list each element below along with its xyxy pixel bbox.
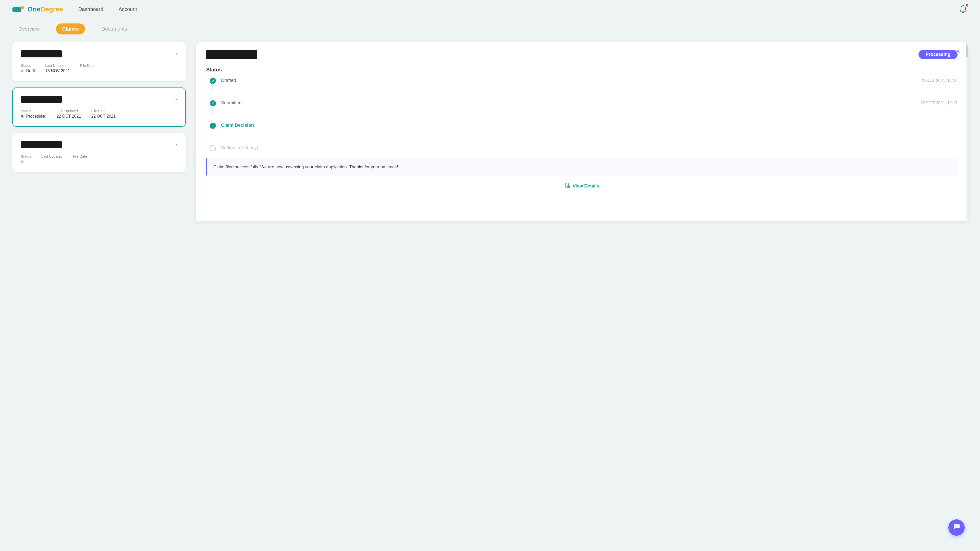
- claim-card-3-meta: Status Last Updated File Date: [21, 154, 177, 164]
- claim-1-last-updated-label: Last Updated: [45, 64, 70, 68]
- claim-2-status: Status Processing: [21, 109, 46, 119]
- drafted-label: Drafted: [221, 78, 236, 83]
- claim-3-file-date: File Date: [73, 154, 87, 164]
- status-section: Status ✓ Drafted 22 OCT 2021, 11:16: [206, 67, 958, 189]
- panel-header: Processing: [206, 50, 958, 59]
- timeline-row-drafted: Drafted 22 OCT 2021, 11:16: [221, 78, 958, 83]
- status-title: Status: [206, 67, 958, 73]
- claim-card-3-chevron: ›: [175, 141, 177, 148]
- chat-fab-icon: [953, 523, 960, 532]
- claim-3-status-dot: [21, 160, 24, 163]
- claim-2-file-date-value: 22 OCT 2021: [91, 114, 116, 119]
- claim-3-last-updated-label: Last Updated: [41, 154, 62, 159]
- timeline-content-drafted: Drafted 22 OCT 2021, 11:16: [221, 78, 958, 83]
- timeline-dot-settlement: [210, 145, 216, 151]
- svg-point-3: [21, 6, 24, 9]
- claim-2-status-dot: [21, 115, 24, 118]
- timeline-item-drafted: ✓ Drafted 22 OCT 2021, 11:16: [209, 78, 958, 100]
- timeline-content-submitted: Submitted 22 OCT 2021, 11:17: [221, 100, 958, 106]
- claim-3-last-updated: Last Updated: [41, 154, 62, 164]
- logo: OneDegree: [12, 5, 63, 13]
- chat-fab-button[interactable]: [948, 519, 965, 536]
- tab-bar: Overview Claims Documents: [0, 18, 980, 35]
- submitted-date: 22 OCT 2021, 11:17: [921, 101, 958, 105]
- check-submitted: ✓: [212, 102, 215, 105]
- timeline-left-claim-decision: [209, 123, 217, 137]
- timeline-dot-submitted: ✓: [210, 100, 216, 106]
- header: OneDegree Dashboard Account: [0, 0, 980, 18]
- nav-account[interactable]: Account: [119, 6, 137, 12]
- svg-rect-2: [14, 9, 19, 11]
- scroll-thumb: [966, 42, 968, 57]
- search-document-icon: [565, 183, 570, 188]
- view-details-row: View Details: [206, 183, 958, 189]
- claim-card-3[interactable]: › Status Last Updated File Date: [12, 133, 186, 172]
- claim-card-1-chevron: ›: [175, 51, 177, 57]
- timeline-row-claim-decision: Claim Decision: [221, 123, 958, 128]
- claim-card-1[interactable]: › Status Draft Last Updated 13 NOV 2021 …: [12, 42, 186, 81]
- header-right: [959, 5, 968, 14]
- timeline-line-drafted: [213, 84, 213, 92]
- logo-svg: [12, 5, 25, 13]
- timeline-content-settlement: Settlement (if any): [221, 145, 958, 151]
- timeline-row-settlement: Settlement (if any): [221, 145, 958, 151]
- chat-icon: [953, 523, 960, 530]
- drafted-date: 22 OCT 2021, 11:16: [921, 78, 958, 83]
- claim-card-2-chevron: ›: [175, 96, 177, 103]
- timeline-left-drafted: ✓: [209, 78, 217, 92]
- claim-id-redacted-3: [21, 141, 62, 148]
- claim-2-last-updated-label: Last Updated: [57, 109, 81, 113]
- claim-id-redacted-2: [21, 96, 62, 103]
- claim-3-status-value: [21, 159, 31, 164]
- claims-list: › Status Draft Last Updated 13 NOV 2021 …: [12, 42, 186, 221]
- claim-1-status-dot: [21, 70, 24, 72]
- scroll-indicator: [966, 42, 968, 221]
- tab-claims[interactable]: Claims: [56, 24, 85, 35]
- timeline-content-claim-decision: Claim Decision: [221, 123, 958, 128]
- claim-card-3-header: ›: [21, 141, 177, 148]
- timeline-item-claim-decision: Claim Decision: [209, 123, 958, 145]
- claim-2-status-value: Processing: [21, 114, 46, 119]
- close-button[interactable]: ×: [956, 47, 960, 56]
- view-details-button[interactable]: View Details: [565, 183, 600, 189]
- main-content: › Status Draft Last Updated 13 NOV 2021 …: [0, 35, 980, 228]
- main-nav: Dashboard Account: [78, 6, 959, 12]
- claim-1-last-updated-value: 13 NOV 2021: [45, 68, 70, 73]
- claim-1-status-text: Draft: [26, 68, 35, 73]
- claim-card-2-header: ›: [21, 96, 177, 103]
- info-box: Claim filed successfully. We are now ass…: [206, 159, 958, 176]
- claim-3-status-label: Status: [21, 154, 31, 159]
- timeline-line-claim-decision: [213, 129, 213, 137]
- claim-1-status: Status Draft: [21, 64, 35, 73]
- timeline-left-settlement: [209, 145, 217, 151]
- claim-3-file-date-label: File Date: [73, 154, 87, 159]
- timeline-left-submitted: ✓: [209, 100, 217, 114]
- claim-card-1-meta: Status Draft Last Updated 13 NOV 2021 Fi…: [21, 64, 177, 73]
- info-message: Claim filed successfully. We are now ass…: [213, 164, 951, 170]
- claim-card-1-header: ›: [21, 50, 177, 57]
- svg-rect-4: [565, 183, 568, 187]
- submitted-label: Submitted: [221, 100, 242, 106]
- claim-1-status-label: Status: [21, 64, 35, 68]
- claim-1-last-updated: Last Updated 13 NOV 2021: [45, 64, 70, 73]
- tab-overview[interactable]: Overview: [12, 24, 46, 35]
- notification-bell[interactable]: [959, 5, 968, 14]
- timeline-dot-drafted: ✓: [210, 78, 216, 84]
- timeline-item-settlement: Settlement (if any): [209, 145, 958, 151]
- tab-documents[interactable]: Documents: [95, 24, 133, 35]
- nav-dashboard[interactable]: Dashboard: [78, 6, 103, 12]
- settlement-label: Settlement (if any): [221, 145, 258, 151]
- view-details-icon: [565, 183, 570, 189]
- claim-decision-label: Claim Decision: [221, 123, 254, 128]
- claim-id-redacted-1: [21, 50, 62, 57]
- check-drafted: ✓: [212, 79, 215, 83]
- svg-line-6: [569, 187, 570, 188]
- claim-card-2-meta: Status Processing Last Updated 22 OCT 20…: [21, 109, 177, 119]
- claim-2-last-updated: Last Updated 22 OCT 2021: [57, 109, 81, 119]
- claim-card-2[interactable]: › Status Processing Last Updated 22 OCT …: [12, 87, 186, 127]
- timeline: ✓ Drafted 22 OCT 2021, 11:16: [206, 78, 958, 151]
- timeline-line-submitted: [213, 106, 213, 114]
- claim-2-file-date: File Date 22 OCT 2021: [91, 109, 116, 119]
- timeline-row-submitted: Submitted 22 OCT 2021, 11:17: [221, 100, 958, 106]
- processing-badge: Processing: [918, 50, 958, 59]
